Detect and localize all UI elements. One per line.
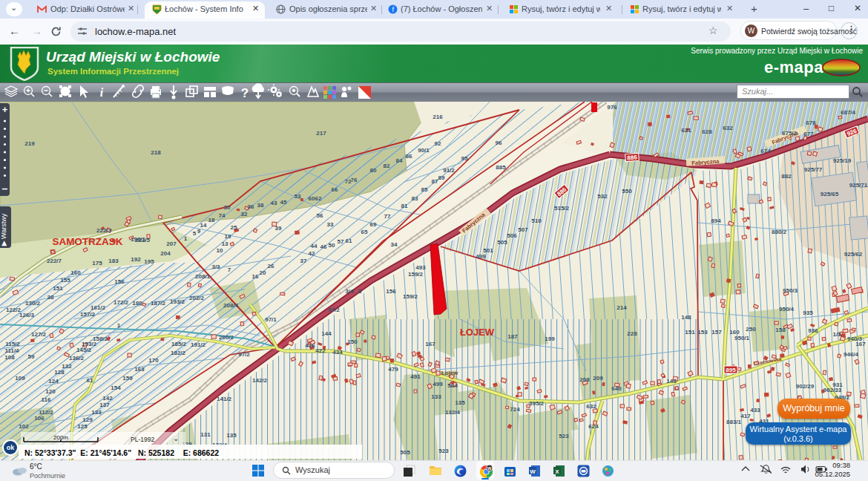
svg-text:65: 65 [361,229,368,235]
svg-text:219: 219 [24,140,35,147]
svg-text:19: 19 [225,233,231,240]
svg-text:208: 208 [579,376,590,383]
svg-text:53: 53 [295,193,301,200]
svg-text:624: 624 [588,423,599,430]
svg-text:76: 76 [351,177,358,183]
svg-text:97/1: 97/1 [265,316,277,323]
svg-text:148: 148 [681,314,691,321]
svg-text:26: 26 [268,263,274,269]
svg-text:133: 133 [431,393,441,400]
svg-text:69: 69 [370,221,377,228]
svg-text:116: 116 [42,396,51,403]
svg-text:126/3: 126/3 [19,312,35,318]
svg-text:491: 491 [410,373,421,380]
svg-text:628: 628 [702,128,712,135]
svg-text:127/2: 127/2 [31,331,47,338]
svg-text:141/2: 141/2 [217,396,232,402]
svg-text:W: W [530,468,536,475]
svg-text:86: 86 [406,153,412,160]
svg-text:191/2: 191/2 [191,341,206,348]
svg-text:144: 144 [321,330,332,337]
svg-text:82: 82 [384,163,390,169]
svg-text:135: 135 [226,432,237,439]
svg-text:7: 7 [228,266,231,273]
svg-text:479: 479 [388,366,398,373]
svg-text:434: 434 [332,349,343,356]
svg-text:135: 135 [455,399,465,406]
svg-text:936: 936 [808,327,818,334]
svg-text:95: 95 [461,155,468,162]
svg-text:640: 640 [611,385,622,392]
svg-text:200m: 200m [53,434,68,441]
svg-text:218: 218 [151,149,161,156]
svg-text:92: 92 [435,140,441,147]
svg-text:i: i [100,86,104,99]
svg-text:115/2: 115/2 [5,341,20,347]
svg-text:504: 504 [447,382,458,389]
svg-text:880/2: 880/2 [772,229,787,235]
svg-text:950/3: 950/3 [783,287,798,294]
svg-text:46: 46 [320,243,327,250]
svg-text:632: 632 [723,125,733,131]
svg-text:433: 433 [750,407,760,413]
svg-text:83: 83 [412,195,418,202]
svg-text:131: 131 [200,431,211,438]
svg-text:154: 154 [111,385,121,391]
svg-text:902/29: 902/29 [796,383,815,390]
svg-text:111/4: 111/4 [4,347,19,354]
svg-text:217: 217 [316,130,326,137]
svg-text:931: 931 [832,382,843,388]
svg-text:1: 1 [117,322,121,329]
svg-text:222/7: 222/7 [47,258,62,264]
svg-text:39: 39 [275,225,282,232]
svg-text:208/4: 208/4 [223,302,239,309]
svg-text:886: 886 [627,154,637,162]
svg-text:159/2: 159/2 [403,293,418,300]
svg-text:187/2: 187/2 [151,300,166,307]
svg-text:20: 20 [260,269,266,276]
svg-text:89: 89 [438,174,445,181]
svg-text:81: 81 [401,203,408,209]
svg-text:678: 678 [806,120,816,126]
svg-text:10: 10 [217,247,223,254]
svg-text:182/2: 182/2 [171,350,186,356]
svg-text:32: 32 [241,211,248,217]
svg-text:145/2: 145/2 [76,347,92,353]
svg-text:193/2: 193/2 [170,298,185,305]
svg-text:1/3: 1/3 [832,331,841,338]
svg-text:894: 894 [711,217,721,224]
svg-text:109: 109 [15,375,25,382]
svg-text:204: 204 [160,250,171,257]
svg-text:160: 160 [70,269,81,276]
svg-text:151: 151 [685,329,695,336]
svg-text:62: 62 [315,195,322,202]
svg-text:34: 34 [391,241,398,248]
svg-text:97/2: 97/2 [328,307,340,313]
svg-text:157: 157 [711,329,722,336]
svg-text:214: 214 [617,304,627,311]
svg-text:180: 180 [132,300,142,307]
svg-text:506: 506 [507,232,517,239]
svg-text:8: 8 [358,288,362,295]
svg-text:202/2: 202/2 [189,295,205,301]
svg-text:192: 192 [131,256,141,263]
svg-text:9: 9 [197,228,201,235]
svg-text:417: 417 [740,413,751,419]
svg-text:175: 175 [92,260,102,266]
svg-text:209: 209 [593,375,603,382]
svg-text:36: 36 [248,203,254,210]
svg-text:5: 5 [193,230,197,237]
svg-text:532: 532 [597,193,608,200]
svg-text:120: 120 [45,388,56,395]
svg-text:157/2: 157/2 [80,311,96,318]
svg-text:621: 621 [681,127,691,134]
svg-text:153: 153 [697,329,708,336]
svg-text:97/2: 97/2 [238,351,250,358]
svg-text:499: 499 [433,381,443,387]
svg-text:45: 45 [280,199,287,206]
svg-text:151: 151 [53,285,63,292]
svg-text:30: 30 [224,204,231,211]
svg-text:38: 38 [47,294,54,301]
svg-text:156: 156 [114,278,125,285]
svg-text:946/4: 946/4 [844,351,859,358]
